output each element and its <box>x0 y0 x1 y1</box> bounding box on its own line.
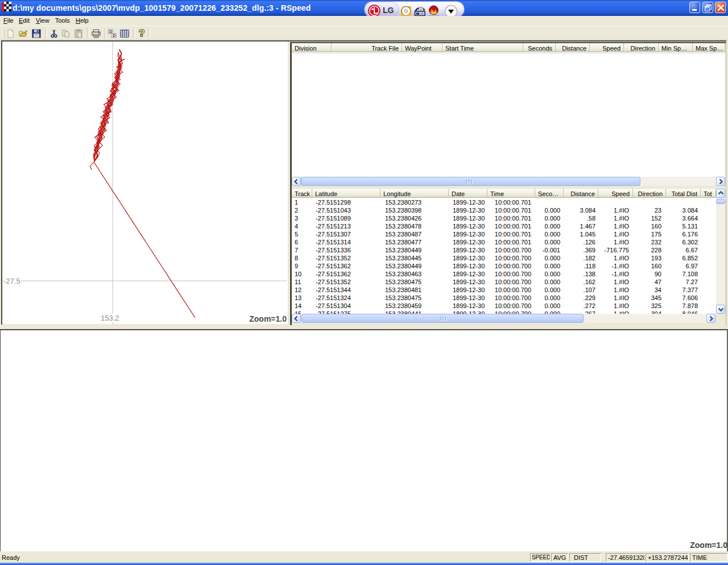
svg-text:D: D <box>109 30 112 34</box>
svg-text:D: D <box>113 34 115 38</box>
svg-text:?: ? <box>139 28 144 39</box>
